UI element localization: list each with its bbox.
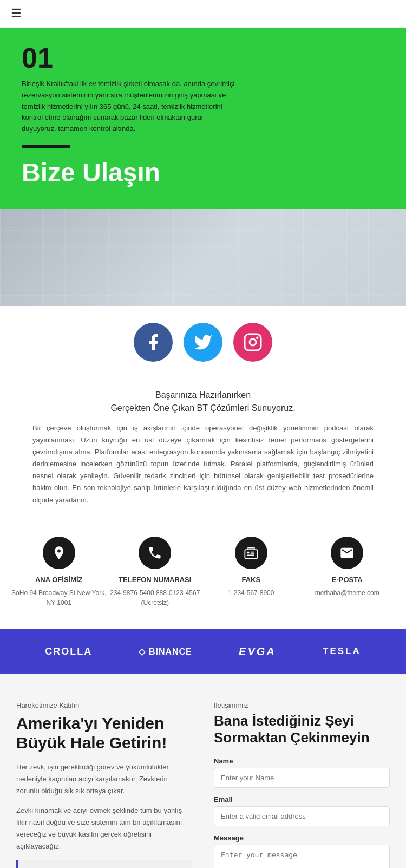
tagline-body: Bir çerçeve oluşturmak için iş akışların… (32, 422, 374, 506)
hero-divider (22, 145, 70, 148)
contact-card-email: E-POSTA merhaba@theme.com (299, 537, 396, 608)
message-textarea[interactable] (214, 845, 390, 868)
contact-office-text: SoHo 94 Broadway St New York, NY 1001 (11, 588, 107, 608)
name-field-group: Name (214, 757, 390, 788)
two-col-section: Hareketimize Katılın Amerika'yı Yeniden … (0, 674, 406, 868)
contact-fax-text: 1-234-567-8900 (203, 588, 299, 598)
svg-rect-0 (245, 334, 261, 350)
name-input[interactable] (214, 768, 390, 788)
left-title: Amerika'yı Yeniden Büyük Hale Getirin! (16, 714, 192, 753)
email-icon-circle (331, 537, 363, 569)
phone-icon (147, 545, 162, 560)
phone-icon-circle (139, 537, 171, 569)
svg-rect-4 (247, 551, 250, 553)
tagline-title: Başarınıza Hazırlanırken Gerçekten Öne Ç… (32, 389, 374, 415)
email-label: Email (214, 795, 390, 804)
contact-cards-section: ANA OFİSİMİZ SoHo 94 Broadway St New Yor… (0, 515, 406, 629)
blockquote: Her zevk, işin gerektirdiği görev ve yük… (16, 860, 192, 868)
instagram-button[interactable] (233, 323, 272, 362)
fax-icon-circle (235, 537, 267, 569)
tagline-section: Başarınıza Hazırlanırken Gerçekten Öne Ç… (0, 378, 406, 515)
left-body2: Zevki kınamak ve acıyı övmek şeklinde tü… (16, 805, 192, 852)
hamburger-icon[interactable]: ☰ (11, 6, 22, 20)
hero-section: 01 Birleşik Krallık'taki ilk ev temizlik… (0, 28, 406, 209)
facebook-button[interactable] (134, 323, 173, 362)
svg-rect-7 (247, 554, 254, 556)
location-icon-circle (43, 537, 75, 569)
form-eyebrow: İletişimimiz (214, 701, 390, 709)
twitter-button[interactable] (184, 323, 222, 362)
facebook-icon (143, 332, 163, 352)
contact-email-text: merhaba@theme.com (299, 588, 396, 598)
left-body1: Her zevk, işin gerektirdiği görev ve yük… (16, 761, 192, 797)
brand-evga: EVGA (239, 645, 276, 658)
instagram-icon (243, 332, 263, 352)
contact-card-fax: FAKS 1-234-567-8900 (203, 537, 299, 608)
form-title: Bana İstediğiniz Şeyi Sormaktan Çekinmey… (214, 713, 390, 746)
hero-number: 01 (22, 44, 384, 72)
email-icon (339, 545, 355, 560)
name-label: Name (214, 757, 390, 765)
svg-rect-5 (251, 551, 254, 552)
location-icon (51, 545, 67, 560)
message-label: Message (214, 834, 390, 842)
twitter-icon (193, 332, 213, 352)
hero-description: Birleşik Krallık'taki ilk ev temizlik şi… (22, 79, 238, 135)
fax-icon (244, 545, 259, 560)
header: ☰ (0, 0, 406, 28)
message-field-group: Message (214, 834, 390, 868)
contact-phone-title: TELEFON NUMARASI (107, 576, 204, 584)
svg-point-2 (256, 336, 259, 339)
svg-point-1 (250, 339, 256, 345)
hero-title: Bize Ulaşın (22, 158, 384, 187)
email-input[interactable] (214, 806, 390, 826)
contact-card-office: ANA OFİSİMİZ SoHo 94 Broadway St New Yor… (11, 537, 107, 608)
email-field-group: Email (214, 795, 390, 826)
contact-fax-title: FAKS (203, 576, 299, 584)
brand-binance: ◇ BINANCE (139, 647, 192, 657)
right-column: İletişimimiz Bana İstediğiniz Şeyi Sorma… (203, 701, 390, 868)
brand-tesla: TESLA (323, 646, 361, 657)
brand-crolla: CROLLA (45, 646, 92, 657)
social-section (0, 306, 406, 378)
contact-office-title: ANA OFİSİMİZ (11, 576, 107, 584)
contact-phone-text: 234-9876-5400 888-0123-4567 (Ücretsiz) (107, 588, 204, 608)
svg-rect-6 (251, 553, 254, 554)
contact-email-title: E-POSTA (299, 576, 396, 584)
contact-card-phone: TELEFON NUMARASI 234-9876-5400 888-0123-… (107, 537, 204, 608)
brands-section: CROLLA ◇ BINANCE EVGA TESLA (0, 629, 406, 674)
left-eyebrow: Hareketimize Katılın (16, 701, 192, 709)
left-column: Hareketimize Katılın Amerika'yı Yeniden … (16, 701, 203, 868)
